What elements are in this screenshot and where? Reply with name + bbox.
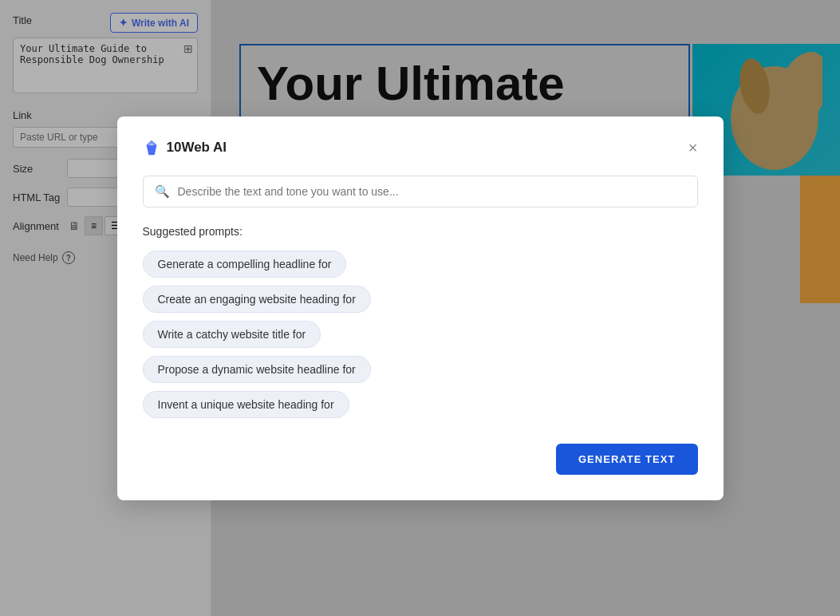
10web-logo-icon: [143, 139, 160, 156]
search-icon: 🔍: [155, 184, 170, 199]
suggested-label: Suggested prompts:: [143, 225, 698, 238]
prompt-chip-2[interactable]: Write a catchy website title for: [143, 321, 321, 348]
modal-title-row: 10Web AI: [143, 139, 227, 156]
prompt-chip-3[interactable]: Propose a dynamic website headline for: [143, 356, 371, 383]
search-bar: 🔍: [143, 176, 698, 207]
modal-title: 10Web AI: [167, 140, 227, 156]
prompt-chip-0[interactable]: Generate a compelling headline for: [143, 251, 347, 278]
modal-footer: GENERATE TEXT: [143, 444, 698, 475]
generate-text-button[interactable]: GENERATE TEXT: [556, 444, 698, 475]
prompt-chip-4[interactable]: Invent a unique website heading for: [143, 391, 349, 418]
prompts-list: Generate a compelling headline forCreate…: [143, 251, 698, 418]
search-input[interactable]: [178, 185, 686, 198]
ai-modal: 10Web AI × 🔍 Suggested prompts: Generate…: [117, 116, 724, 500]
modal-close-button[interactable]: ×: [688, 140, 698, 156]
modal-overlay[interactable]: 10Web AI × 🔍 Suggested prompts: Generate…: [0, 0, 840, 616]
modal-header: 10Web AI ×: [143, 139, 698, 156]
prompt-chip-1[interactable]: Create an engaging website heading for: [143, 286, 371, 313]
